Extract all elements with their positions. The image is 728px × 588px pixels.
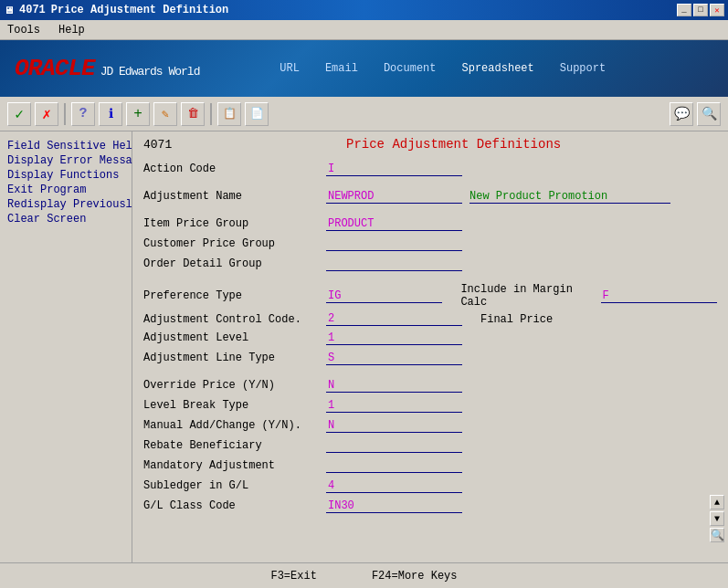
- toolbar-search[interactable]: 🔍: [697, 102, 721, 126]
- sidebar: Field Sensitive Help Display Error Messa…: [0, 131, 132, 562]
- status-f24: F24=More Keys: [372, 570, 458, 583]
- gl-class-row: G/L Class Code: [143, 498, 717, 514]
- toolbar-cancel[interactable]: ✗: [35, 102, 58, 126]
- nav-links: URL Email Document Spreadsheet Support: [280, 62, 606, 75]
- form-id: 4071: [143, 138, 172, 152]
- adjustment-name-text: New Product Promotion: [470, 190, 670, 204]
- main-area: Field Sensitive Help Display Error Messa…: [0, 131, 728, 562]
- toolbar-paste[interactable]: 📄: [245, 102, 269, 126]
- menu-bar: Tools Help: [0, 20, 728, 40]
- scroll-down[interactable]: ▼: [710, 511, 724, 526]
- manual-add-row: Manual Add/Change (Y/N).: [143, 417, 717, 434]
- menu-help[interactable]: Help: [55, 22, 89, 38]
- rebate-label: Rebate Beneficiary: [143, 439, 326, 452]
- adj-line-type-input[interactable]: [326, 352, 462, 365]
- adjustment-name-row: Adjustment Name New Product Promotion: [143, 188, 717, 205]
- mandatory-input[interactable]: [326, 459, 462, 473]
- oracle-logo: ORACLEJD Edwards World: [15, 55, 199, 82]
- nav-spreadsheet[interactable]: Spreadsheet: [462, 62, 534, 75]
- toolbar-add[interactable]: +: [126, 102, 150, 126]
- nav-email[interactable]: Email: [325, 62, 358, 75]
- customer-price-group-label: Customer Price Group: [143, 237, 326, 250]
- adjustment-name-input[interactable]: [326, 190, 462, 204]
- toolbar-delete[interactable]: 🗑: [181, 102, 205, 126]
- window-controls: _ □ ✕: [677, 4, 724, 16]
- mandatory-label: Mandatory Adjustment: [143, 459, 326, 472]
- action-code-label: Action Code: [143, 163, 326, 175]
- sidebar-item-exit-program[interactable]: Exit Program: [4, 183, 128, 197]
- override-price-label: Override Price (Y/N): [143, 379, 326, 392]
- adj-line-type-row: Adjustment Line Type: [143, 350, 717, 366]
- adj-control-input[interactable]: [326, 312, 462, 326]
- zoom-icon[interactable]: 🔍: [710, 528, 724, 542]
- gl-class-label: G/L Class Code: [143, 499, 326, 512]
- adj-control-row: Adjustment Control Code. Final Price: [143, 312, 717, 326]
- nav-support[interactable]: Support: [560, 62, 606, 75]
- form-title: Price Adjustment Definitions: [190, 137, 717, 152]
- preference-type-input[interactable]: [326, 289, 442, 303]
- adj-level-row: Adjustment Level: [143, 330, 717, 346]
- order-detail-group-input[interactable]: [326, 257, 462, 271]
- minimize-button[interactable]: _: [677, 4, 691, 16]
- toolbar-confirm[interactable]: ✓: [7, 102, 31, 126]
- header-banner: ORACLEJD Edwards World URL Email Documen…: [0, 40, 728, 97]
- include-margin-input[interactable]: [601, 289, 717, 303]
- customer-price-group-row: Customer Price Group: [143, 236, 717, 252]
- scroll-up[interactable]: ▲: [710, 495, 724, 509]
- mandatory-row: Mandatory Adjustment: [143, 457, 717, 474]
- toolbar-copy[interactable]: 📋: [217, 102, 241, 126]
- close-button[interactable]: ✕: [710, 4, 724, 16]
- toolbar: ✓ ✗ ? ℹ + ✎ 🗑 📋 📄 💬 🔍: [0, 97, 728, 131]
- rebate-input[interactable]: [326, 439, 462, 453]
- subledger-row: Subledger in G/L: [143, 478, 717, 494]
- toolbar-chat[interactable]: 💬: [670, 102, 693, 126]
- rebate-row: Rebate Beneficiary: [143, 437, 717, 454]
- app-id: 4071: [19, 4, 46, 16]
- subledger-input[interactable]: [326, 479, 462, 493]
- sidebar-item-redisplay[interactable]: Redisplay Previously U: [4, 197, 128, 212]
- preference-type-row: Preference Type Include in Margin Calc: [143, 283, 717, 309]
- preference-type-label: Preference Type: [143, 289, 326, 302]
- manual-add-label: Manual Add/Change (Y/N).: [143, 419, 326, 432]
- sidebar-item-display-error[interactable]: Display Error Message: [4, 153, 128, 168]
- status-bar: F3=Exit F24=More Keys: [0, 562, 728, 588]
- toolbar-info[interactable]: ℹ: [99, 102, 122, 126]
- maximize-button[interactable]: □: [693, 4, 708, 16]
- adj-level-input[interactable]: [326, 331, 462, 345]
- subledger-label: Subledger in G/L: [143, 479, 326, 492]
- order-detail-group-label: Order Detail Group: [143, 257, 326, 270]
- nav-url[interactable]: URL: [280, 62, 300, 75]
- final-price-label: Final Price: [480, 313, 645, 326]
- nav-document[interactable]: Document: [384, 62, 437, 75]
- customer-price-group-input[interactable]: [326, 237, 462, 251]
- adj-line-type-label: Adjustment Line Type: [143, 352, 326, 364]
- sidebar-item-display-functions[interactable]: Display Functions: [4, 168, 128, 183]
- toolbar-edit[interactable]: ✎: [153, 102, 177, 126]
- sidebar-item-field-sensitive-help[interactable]: Field Sensitive Help: [4, 139, 128, 153]
- title-bar: 🖥 4071 Price Adjustment Definition _ □ ✕: [0, 0, 728, 20]
- app-title: Price Adjustment Definition: [51, 4, 228, 16]
- sidebar-item-clear-screen[interactable]: Clear Screen: [4, 212, 128, 226]
- adj-control-label: Adjustment Control Code.: [143, 313, 326, 326]
- adjustment-name-label: Adjustment Name: [143, 190, 326, 203]
- gl-class-input[interactable]: [326, 499, 462, 513]
- override-price-input[interactable]: [326, 379, 462, 393]
- item-price-group-input[interactable]: [326, 217, 462, 231]
- scroll-arrows: ▲ ▼ 🔍: [710, 495, 724, 542]
- override-price-row: Override Price (Y/N): [143, 377, 717, 394]
- adj-level-label: Adjustment Level: [143, 331, 326, 344]
- action-code-row: Action Code: [143, 161, 717, 177]
- app-icon: 🖥: [4, 5, 14, 16]
- item-price-group-label: Item Price Group: [143, 217, 326, 230]
- menu-tools[interactable]: Tools: [4, 22, 44, 38]
- order-detail-group-row: Order Detail Group: [143, 256, 717, 272]
- level-break-label: Level Break Type: [143, 399, 326, 412]
- level-break-row: Level Break Type: [143, 397, 717, 414]
- toolbar-help[interactable]: ?: [71, 102, 95, 126]
- item-price-group-row: Item Price Group: [143, 215, 717, 232]
- status-f3: F3=Exit: [270, 570, 316, 583]
- action-code-input[interactable]: [326, 163, 462, 176]
- manual-add-input[interactable]: [326, 419, 462, 433]
- include-margin-label: Include in Margin Calc: [460, 283, 600, 309]
- level-break-input[interactable]: [326, 399, 462, 413]
